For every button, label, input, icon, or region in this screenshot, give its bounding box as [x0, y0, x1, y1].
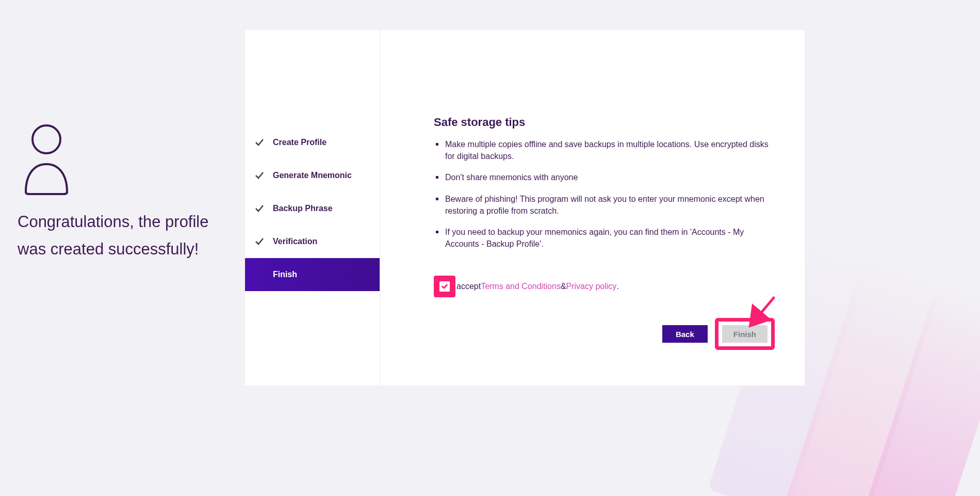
svg-point-0: [32, 125, 60, 153]
tip-item: Beware of phishing! This program will no…: [434, 193, 775, 217]
step-label: Backup Phrase: [273, 204, 333, 213]
step-label: Finish: [273, 270, 297, 279]
step-label: Create Profile: [273, 138, 326, 147]
finish-button[interactable]: Finish: [722, 325, 767, 343]
step-label: Verification: [273, 237, 317, 246]
check-icon: [254, 203, 265, 214]
step-create-profile[interactable]: Create Profile: [245, 126, 380, 159]
accept-text-prefix: accept: [456, 282, 481, 291]
accept-checkbox[interactable]: [439, 281, 450, 292]
accept-text-amp: &: [561, 282, 566, 291]
button-row: Back Finish: [434, 318, 775, 350]
check-icon: [254, 236, 265, 247]
wizard-card: Create Profile Generate Mnemonic Backup …: [245, 30, 805, 386]
step-generate-mnemonic[interactable]: Generate Mnemonic: [245, 159, 380, 192]
checkbox-highlight: [434, 276, 455, 297]
left-column: Congratulations, the profile was created…: [0, 0, 245, 415]
accept-text-period: .: [616, 282, 618, 291]
step-finish[interactable]: Finish: [245, 258, 380, 291]
wizard-page: Congratulations, the profile was created…: [0, 0, 805, 415]
tip-item: Make multiple copies offline and save ba…: [434, 138, 775, 162]
tip-item: Don't share mnemonics with anyone: [434, 171, 775, 183]
tips-list: Make multiple copies offline and save ba…: [434, 138, 775, 259]
step-verification[interactable]: Verification: [245, 225, 380, 258]
user-icon: [20, 124, 73, 195]
step-backup-phrase[interactable]: Backup Phrase: [245, 192, 380, 225]
tips-title: Safe storage tips: [434, 116, 775, 129]
check-icon: [254, 137, 265, 148]
step-label: Generate Mnemonic: [273, 171, 352, 180]
finish-highlight: Finish: [715, 318, 775, 350]
tip-item: If you need to backup your mnemonics aga…: [434, 226, 775, 250]
accept-terms-row: accept Terms and Conditions & Privacy po…: [434, 276, 775, 297]
content-panel: Safe storage tips Make multiple copies o…: [380, 30, 805, 386]
privacy-link[interactable]: Privacy policy: [566, 282, 617, 291]
terms-link[interactable]: Terms and Conditions: [481, 282, 561, 291]
steps-sidebar: Create Profile Generate Mnemonic Backup …: [245, 30, 380, 386]
success-message: Congratulations, the profile was created…: [18, 209, 223, 263]
check-icon: [254, 170, 265, 181]
back-button[interactable]: Back: [662, 325, 708, 343]
